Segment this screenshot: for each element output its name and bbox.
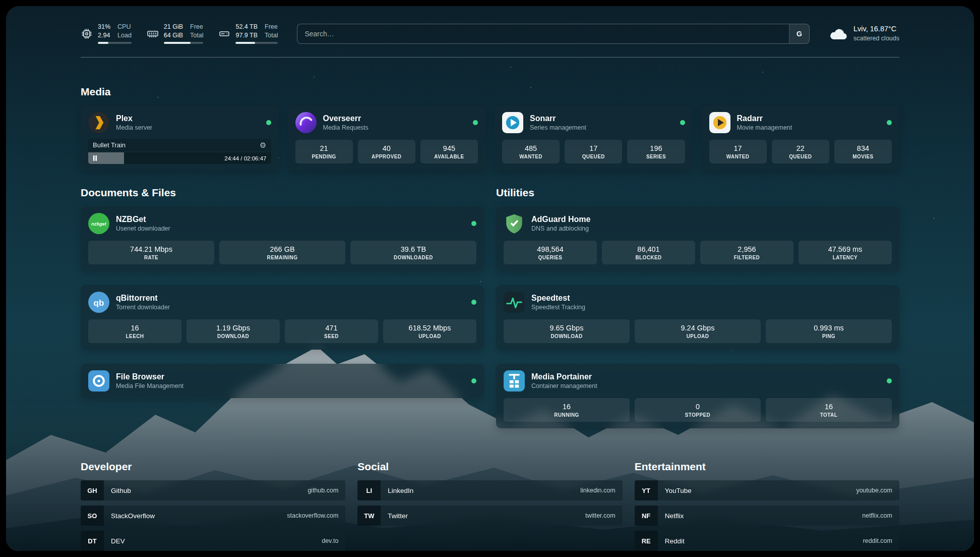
radarr-icon xyxy=(709,112,730,133)
stat-box: 86,401BLOCKED xyxy=(602,241,695,264)
now-playing-title: Bullet Train xyxy=(93,141,126,149)
stat-box: 0.993 msPING xyxy=(766,319,892,343)
status-dot xyxy=(887,120,892,125)
bookmark-name: Netflix xyxy=(658,506,863,526)
section-media: Media Plex Media server xyxy=(81,86,899,171)
stat-box: 39.6 TBDOWNLOADED xyxy=(350,241,476,264)
adguard-icon xyxy=(504,213,525,234)
service-name: Overseerr xyxy=(323,114,467,123)
search-input[interactable] xyxy=(297,30,789,38)
section-title-documents: Documents & Files xyxy=(81,187,484,199)
stat-box: 47.569 msLATENCY xyxy=(799,241,892,264)
bookmark-dev[interactable]: DT DEV dev.to xyxy=(81,531,345,551)
stat-box: 485WANTED xyxy=(502,140,560,163)
service-subtitle: Movie management xyxy=(737,124,881,131)
bookmark-name: Twitter xyxy=(381,506,585,526)
bookmark-abbr: SO xyxy=(81,506,104,526)
bookmark-netflix[interactable]: NF Netflix netflix.com xyxy=(635,506,899,526)
service-card-sonarr[interactable]: Sonarr Series management 485WANTED 17QUE… xyxy=(495,105,693,171)
bookmark-url: twitter.com xyxy=(585,506,623,526)
stat-box: 16RUNNING xyxy=(504,398,630,422)
service-subtitle: DNS and adblocking xyxy=(531,225,892,232)
service-subtitle: Speedtest Tracking xyxy=(531,304,892,311)
service-name: Speedtest xyxy=(531,294,892,303)
bookmark-stackoverflow[interactable]: SO StackOverflow stackoverflow.com xyxy=(81,506,345,526)
bookmark-linkedin[interactable]: LI LinkedIn linkedin.com xyxy=(357,480,622,500)
topbar-divider xyxy=(81,57,899,58)
service-name: Radarr xyxy=(737,114,881,123)
service-card-adguard[interactable]: AdGuard Home DNS and adblocking 498,564Q… xyxy=(496,206,899,271)
service-card-radarr[interactable]: Radarr Movie management 17WANTED 22QUEUE… xyxy=(702,105,900,171)
bookmark-url: youtube.com xyxy=(856,480,899,500)
weather-condition: scattered clouds xyxy=(853,34,899,43)
cpu-progress-bar xyxy=(98,42,132,44)
disk-free-label: Free xyxy=(265,23,278,31)
bookmark-abbr: RE xyxy=(635,531,658,551)
service-name: Sonarr xyxy=(530,114,673,123)
stat-box: 2,956FILTERED xyxy=(700,241,793,264)
service-subtitle: Container management xyxy=(531,382,880,389)
dashboard-app: 31% 2.94 CPU Load xyxy=(6,6,974,551)
svg-text:nzbget: nzbget xyxy=(91,221,106,227)
stat-box: 17WANTED xyxy=(709,140,767,163)
overseerr-icon xyxy=(295,112,317,133)
bookmark-youtube[interactable]: YT YouTube youtube.com xyxy=(635,480,899,500)
disk-free-value: 52.4 TB xyxy=(235,23,258,31)
bookmark-url: netflix.com xyxy=(862,506,899,526)
section-title-social: Social xyxy=(357,461,622,473)
bookmark-group-social: Social LI LinkedIn linkedin.com TW Twitt… xyxy=(357,461,622,531)
portainer-icon xyxy=(504,370,525,392)
bookmark-url: linkedin.com xyxy=(580,480,622,500)
disk-total-value: 97.9 TB xyxy=(235,32,258,39)
speedtest-icon xyxy=(504,292,525,313)
service-card-portainer[interactable]: Media Portainer Container management 16R… xyxy=(496,364,899,428)
bookmark-github[interactable]: GH Github github.com xyxy=(81,480,345,500)
service-card-nzbget[interactable]: nzbget NZBGet Usenet downloader 744.21 M… xyxy=(81,206,484,271)
service-card-plex[interactable]: Plex Media server Bullet Train ⚙ xyxy=(81,105,279,171)
service-card-speedtest[interactable]: Speedtest Speedtest Tracking 9.65 GbpsDO… xyxy=(496,285,899,350)
cpu-load-value: 2.94 xyxy=(98,32,110,39)
service-card-overseerr[interactable]: Overseerr Media Requests 21PENDING 40APP… xyxy=(288,105,486,171)
stat-box: 16TOTAL xyxy=(766,398,892,422)
bookmark-name: StackOverflow xyxy=(104,506,287,526)
section-utilities: Utilities AdGu xyxy=(496,187,899,428)
bookmark-name: Github xyxy=(104,480,308,500)
nzbget-icon: nzbget xyxy=(88,213,109,234)
bookmark-reddit[interactable]: RE Reddit reddit.com xyxy=(635,531,899,551)
disk-total-label: Total xyxy=(265,32,278,39)
memory-progress-bar xyxy=(164,42,204,44)
memory-free-label: Free xyxy=(190,23,203,31)
pause-icon xyxy=(93,155,97,161)
bookmark-abbr: YT xyxy=(635,480,658,500)
stat-box: 21PENDING xyxy=(295,140,353,163)
section-documents: Documents & Files nzbget NZBGet Usenet d… xyxy=(81,187,484,398)
service-card-filebrowser[interactable]: File Browser Media File Management xyxy=(81,364,484,398)
now-playing: Bullet Train ⚙ 24:44 / 02:06:47 xyxy=(88,139,271,164)
stat-box: 471SEED xyxy=(285,319,378,343)
stat-box: 744.21 MbpsRATE xyxy=(88,241,214,264)
weather-widget: Lviv, 16.87°C scattered clouds xyxy=(829,24,899,43)
search-provider-button[interactable]: G xyxy=(789,24,809,43)
memory-free-value: 21 GiB xyxy=(164,23,183,31)
section-title-media: Media xyxy=(81,86,899,98)
bookmark-group-entertainment: Entertainment YT YouTube youtube.com NF … xyxy=(635,461,899,551)
bookmark-group-developer: Developer GH Github github.com SO StackO… xyxy=(81,461,345,551)
cpu-load-label: Load xyxy=(117,32,132,39)
search-bar: G xyxy=(297,24,810,44)
gear-icon[interactable]: ⚙ xyxy=(260,141,266,149)
stat-box: 0STOPPED xyxy=(635,398,761,422)
stat-box: 40APPROVED xyxy=(358,140,415,163)
service-name: Plex xyxy=(116,114,260,123)
disk-widget: 52.4 TB 97.9 TB Free Total xyxy=(218,23,278,44)
bookmark-twitter[interactable]: TW Twitter twitter.com xyxy=(357,506,622,526)
service-name: AdGuard Home xyxy=(531,215,892,224)
status-dot xyxy=(887,378,892,383)
service-subtitle: Usenet downloader xyxy=(116,225,465,232)
stat-box: 618.52 MbpsUPLOAD xyxy=(383,319,476,343)
cpu-percent: 31% xyxy=(98,23,110,31)
cloud-icon xyxy=(829,24,848,43)
memory-total-value: 64 GiB xyxy=(164,32,183,39)
stat-box: 22QUEUED xyxy=(772,140,829,163)
snow-speckles xyxy=(6,6,7,7)
service-card-qbittorrent[interactable]: qb qBittorrent Torrent downloader 16LEEC… xyxy=(81,285,484,350)
